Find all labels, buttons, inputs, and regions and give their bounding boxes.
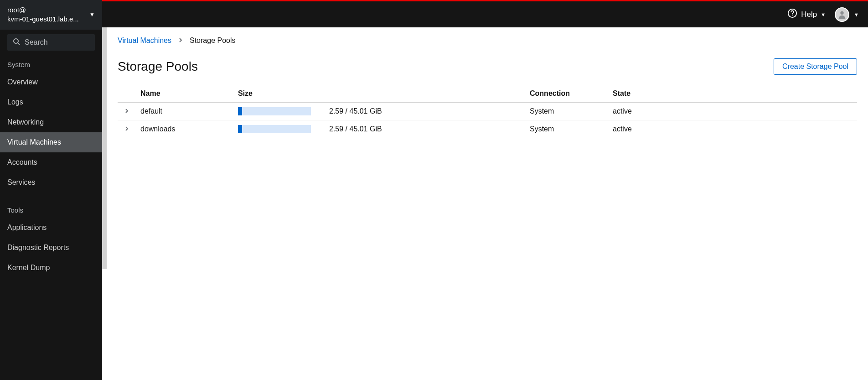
- caret-down-icon: ▼: [854, 12, 859, 17]
- pool-name: downloads: [136, 120, 233, 138]
- nav-section-tools: Tools: [0, 202, 102, 218]
- sidebar-item-logs[interactable]: Logs: [0, 92, 102, 112]
- caret-down-icon: ▼: [89, 11, 95, 18]
- topbar: Help ▼ ▼: [102, 0, 868, 27]
- pool-size-text: 2.59 / 45.01 GiB: [325, 103, 525, 120]
- breadcrumb-parent[interactable]: Virtual Machines: [118, 36, 171, 45]
- help-icon: [787, 8, 797, 21]
- pool-size-bar: [233, 103, 325, 120]
- pool-state: active: [608, 120, 857, 138]
- sidebar-item-networking[interactable]: Networking: [0, 112, 102, 132]
- col-state: State: [608, 86, 857, 103]
- storage-pool-table: Name Size Connection State default2.59 /…: [118, 86, 857, 138]
- svg-point-3: [792, 15, 793, 16]
- expand-row-toggle[interactable]: [118, 103, 136, 120]
- svg-point-0: [14, 39, 18, 43]
- help-label: Help: [801, 10, 817, 19]
- sidebar-item-kernel-dump[interactable]: Kernel Dump: [0, 258, 102, 278]
- pool-name: default: [136, 103, 233, 120]
- page-title: Storage Pools: [118, 59, 198, 74]
- expand-row-toggle[interactable]: [118, 120, 136, 138]
- user-menu[interactable]: ▼: [835, 7, 859, 22]
- pool-connection: System: [525, 103, 608, 120]
- host-switcher[interactable]: root@ kvm-01-guest01.lab.e... ▼: [0, 0, 102, 30]
- create-storage-pool-button[interactable]: Create Storage Pool: [774, 58, 857, 75]
- help-menu[interactable]: Help ▼: [787, 8, 826, 21]
- table-row: downloads2.59 / 45.01 GiBSystemactive: [118, 120, 857, 138]
- host-name: kvm-01-guest01.lab.e...: [7, 15, 79, 24]
- sidebar-item-accounts[interactable]: Accounts: [0, 152, 102, 172]
- breadcrumb: Virtual Machines Storage Pools: [118, 36, 857, 45]
- col-name: Name: [136, 86, 233, 103]
- search-input-wrap[interactable]: [7, 34, 95, 51]
- pool-state: active: [608, 103, 857, 120]
- chevron-right-icon: [179, 37, 182, 44]
- avatar: [835, 7, 849, 22]
- pool-size-bar: [233, 120, 325, 138]
- scrollbar[interactable]: [102, 27, 107, 269]
- pool-size-text: 2.59 / 45.01 GiB: [325, 120, 525, 138]
- sidebar-item-diagnostic-reports[interactable]: Diagnostic Reports: [0, 238, 102, 258]
- svg-line-1: [18, 43, 20, 45]
- host-user: root@: [7, 5, 79, 15]
- sidebar-item-applications[interactable]: Applications: [0, 218, 102, 238]
- search-icon: [13, 38, 20, 47]
- table-row: default2.59 / 45.01 GiBSystemactive: [118, 103, 857, 120]
- breadcrumb-current: Storage Pools: [190, 36, 236, 45]
- caret-down-icon: ▼: [821, 12, 826, 17]
- col-connection: Connection: [525, 86, 608, 103]
- sidebar-item-services[interactable]: Services: [0, 172, 102, 193]
- pool-connection: System: [525, 120, 608, 138]
- sidebar-item-overview[interactable]: Overview: [0, 72, 102, 92]
- col-size: Size: [233, 86, 525, 103]
- svg-point-4: [840, 11, 843, 14]
- sidebar: root@ kvm-01-guest01.lab.e... ▼ System O…: [0, 0, 102, 380]
- sidebar-item-virtual-machines[interactable]: Virtual Machines: [0, 132, 102, 152]
- nav-section-system: System: [0, 56, 102, 72]
